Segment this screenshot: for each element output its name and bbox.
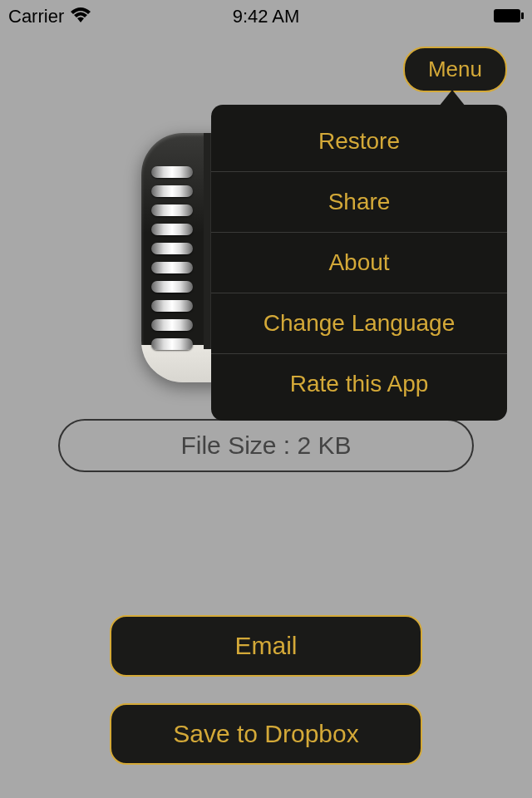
menu-item-about[interactable]: About [211,233,507,293]
popover-arrow-icon [439,90,466,106]
file-size-display: File Size : 2 KB [58,419,474,472]
status-time: 9:42 AM [233,6,300,27]
status-left: Carrier [8,6,91,27]
status-right [494,6,524,27]
svg-rect-1 [521,12,524,19]
menu-button[interactable]: Menu [403,47,507,92]
email-button-label: Email [234,632,297,660]
dropbox-button-label: Save to Dropbox [173,720,358,748]
menu-item-change-language[interactable]: Change Language [211,293,507,354]
svg-rect-0 [494,9,520,22]
wifi-icon [71,6,91,27]
menu-item-restore[interactable]: Restore [211,111,507,172]
menu-item-rate-app[interactable]: Rate this App [211,354,507,414]
save-to-dropbox-button[interactable]: Save to Dropbox [110,703,422,765]
status-bar: Carrier 9:42 AM [0,0,532,33]
spiral-binding-icon [151,166,193,357]
menu-button-label: Menu [428,57,482,81]
menu-popover: Restore Share About Change Language Rate… [211,105,507,421]
carrier-label: Carrier [8,6,64,27]
menu-item-share[interactable]: Share [211,172,507,233]
battery-icon [494,6,524,27]
email-button[interactable]: Email [110,615,422,677]
file-size-label: File Size : 2 KB [180,431,351,460]
